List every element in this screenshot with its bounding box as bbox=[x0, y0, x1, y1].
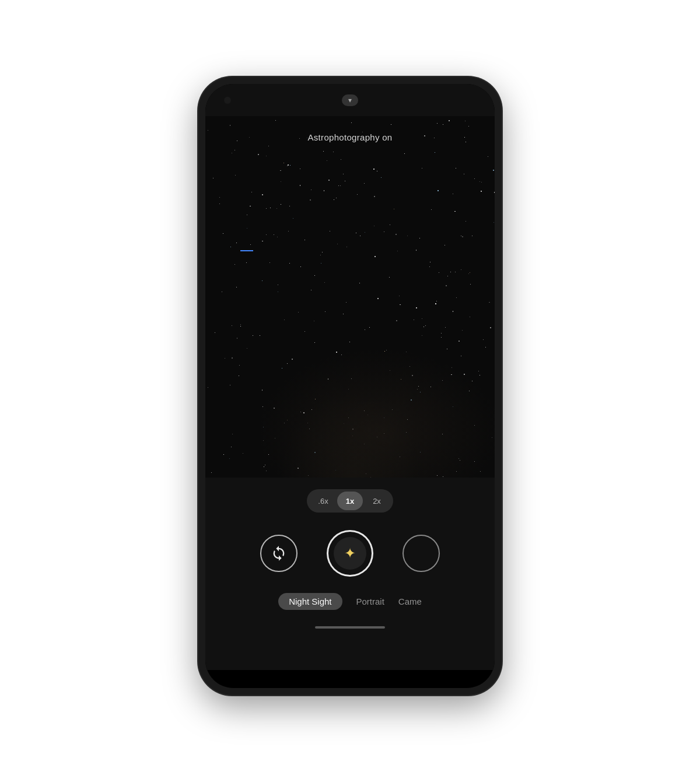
star bbox=[474, 178, 475, 179]
viewfinder[interactable]: Astrophotography on bbox=[205, 116, 495, 478]
star bbox=[250, 206, 251, 207]
focus-indicator bbox=[240, 250, 253, 251]
mode-night-sight[interactable]: Night Sight bbox=[278, 593, 342, 610]
star bbox=[258, 154, 259, 155]
zoom-06x-button[interactable]: .6x bbox=[310, 492, 336, 510]
star bbox=[323, 151, 324, 152]
star bbox=[424, 135, 425, 136]
star bbox=[431, 209, 432, 210]
star bbox=[374, 196, 375, 197]
star bbox=[284, 163, 284, 163]
star bbox=[494, 222, 494, 223]
star bbox=[247, 228, 247, 229]
star bbox=[365, 232, 366, 233]
flip-icon bbox=[271, 545, 287, 562]
star bbox=[443, 124, 443, 125]
star bbox=[287, 166, 288, 166]
star bbox=[237, 141, 237, 141]
star bbox=[280, 170, 281, 171]
star bbox=[219, 203, 220, 204]
star bbox=[381, 177, 382, 178]
mode-portrait[interactable]: Portrait bbox=[356, 593, 384, 610]
star bbox=[299, 138, 300, 139]
star bbox=[481, 191, 482, 192]
dropdown-chevron[interactable] bbox=[342, 94, 358, 106]
star bbox=[456, 168, 456, 169]
star bbox=[230, 125, 231, 126]
star bbox=[262, 241, 263, 242]
star bbox=[454, 211, 456, 212]
star bbox=[360, 236, 360, 236]
star bbox=[466, 221, 466, 222]
star bbox=[461, 236, 461, 236]
controls-area: .6x 1x 2x ✦ bbox=[205, 478, 495, 670]
star bbox=[266, 234, 267, 235]
star bbox=[488, 156, 488, 157]
star bbox=[404, 153, 405, 154]
star bbox=[334, 199, 334, 200]
astrophotography-label: Astrophotography on bbox=[308, 132, 393, 142]
mode-selector: Night Sight Portrait Came bbox=[278, 593, 422, 610]
star bbox=[251, 192, 252, 192]
star bbox=[266, 208, 267, 209]
star bbox=[300, 169, 300, 169]
star bbox=[356, 233, 356, 233]
star bbox=[235, 150, 235, 150]
star bbox=[340, 185, 341, 186]
star bbox=[481, 182, 482, 183]
star bbox=[390, 224, 390, 225]
star bbox=[345, 181, 345, 181]
star bbox=[351, 122, 352, 123]
star bbox=[276, 208, 277, 209]
gallery-button[interactable] bbox=[402, 535, 440, 572]
phone-screen: Astrophotography on .6x 1x 2x bbox=[205, 84, 495, 688]
star bbox=[274, 234, 274, 235]
star bbox=[327, 160, 327, 161]
camera-controls: ✦ bbox=[260, 530, 440, 577]
star bbox=[480, 181, 480, 182]
status-bar bbox=[205, 84, 495, 116]
star bbox=[270, 208, 271, 208]
star bbox=[268, 146, 269, 146]
star bbox=[391, 124, 391, 125]
star bbox=[288, 231, 289, 231]
star bbox=[289, 206, 290, 206]
star bbox=[277, 237, 278, 237]
star bbox=[275, 120, 276, 121]
night-sight-sparkle-icon: ✦ bbox=[344, 545, 356, 562]
star bbox=[437, 123, 438, 124]
star bbox=[324, 190, 325, 191]
zoom-2x-button[interactable]: 2x bbox=[364, 492, 390, 510]
zoom-selector: .6x 1x 2x bbox=[307, 489, 393, 513]
star bbox=[290, 165, 290, 166]
zoom-1x-button[interactable]: 1x bbox=[337, 492, 363, 510]
star bbox=[208, 130, 208, 131]
home-indicator bbox=[315, 626, 385, 629]
star bbox=[384, 231, 384, 232]
star bbox=[394, 209, 394, 209]
star bbox=[223, 233, 223, 234]
star bbox=[328, 180, 330, 181]
star bbox=[377, 171, 377, 171]
star bbox=[493, 170, 494, 171]
star bbox=[307, 138, 307, 138]
star bbox=[364, 183, 365, 184]
star bbox=[464, 174, 464, 174]
star bbox=[236, 243, 237, 243]
star bbox=[235, 175, 236, 176]
star bbox=[422, 168, 422, 169]
star bbox=[304, 240, 305, 240]
star bbox=[281, 204, 281, 205]
star bbox=[407, 236, 408, 236]
mode-camera[interactable]: Came bbox=[398, 593, 422, 610]
star bbox=[434, 138, 435, 138]
star bbox=[466, 142, 466, 142]
shutter-button[interactable]: ✦ bbox=[327, 530, 373, 577]
star bbox=[419, 238, 420, 238]
star bbox=[374, 226, 374, 226]
star bbox=[310, 199, 311, 201]
star bbox=[472, 236, 473, 236]
star bbox=[449, 120, 450, 121]
star bbox=[266, 156, 267, 156]
flip-camera-button[interactable] bbox=[260, 535, 298, 572]
